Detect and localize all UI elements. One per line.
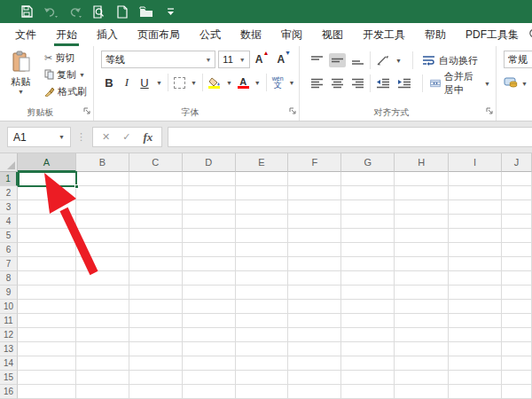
cell-H2[interactable] (395, 186, 449, 200)
orientation-button[interactable] (374, 53, 392, 68)
cell-D7[interactable] (183, 257, 236, 271)
row-header-16[interactable]: 16 (0, 385, 18, 399)
cell-B14[interactable] (76, 356, 129, 371)
cell-I5[interactable] (449, 229, 502, 243)
cell-J12[interactable] (502, 328, 532, 342)
merge-center-button[interactable]: 合并后居中 ▼ (430, 70, 490, 97)
cell-C9[interactable] (129, 286, 183, 300)
cell-F16[interactable] (288, 385, 341, 399)
cell-C15[interactable] (129, 371, 183, 385)
cell-A13[interactable] (18, 342, 76, 356)
cell-D6[interactable] (183, 243, 236, 257)
cell-H14[interactable] (395, 356, 449, 371)
cell-H8[interactable] (395, 271, 449, 286)
row-header-10[interactable]: 10 (0, 300, 18, 314)
cell-G3[interactable] (341, 200, 395, 215)
align-left-button[interactable] (309, 76, 325, 90)
wrap-text-button[interactable]: 自动换行 (422, 54, 478, 67)
column-header-J[interactable]: J (502, 153, 532, 172)
cell-B6[interactable] (76, 243, 129, 257)
undo-icon[interactable] (43, 4, 58, 19)
borders-button[interactable] (174, 77, 185, 89)
row-header-12[interactable]: 12 (0, 328, 18, 342)
cell-A10[interactable] (18, 300, 76, 314)
cell-A5[interactable] (18, 229, 76, 243)
font-color-button[interactable]: A (238, 77, 249, 89)
cell-J9[interactable] (502, 286, 532, 300)
cell-G2[interactable] (341, 186, 395, 200)
tell-me-lightbulb-icon[interactable] (528, 23, 532, 46)
cell-B2[interactable] (76, 186, 129, 200)
font-color-caret[interactable]: ▼ (254, 80, 261, 86)
cell-F10[interactable] (288, 300, 341, 314)
orientation-caret[interactable]: ▼ (395, 58, 402, 64)
increase-indent-button[interactable] (395, 76, 413, 90)
cell-D11[interactable] (183, 314, 236, 328)
cell-C14[interactable] (129, 356, 183, 371)
cell-G14[interactable] (341, 356, 395, 371)
cell-F8[interactable] (288, 271, 341, 286)
cell-I3[interactable] (449, 200, 502, 215)
tab-PDF工具集[interactable]: PDF工具集 (456, 23, 528, 46)
cell-A2[interactable] (18, 186, 76, 200)
cell-E10[interactable] (236, 300, 289, 314)
accounting-format-caret[interactable]: ▼ (521, 81, 528, 87)
cell-J8[interactable] (502, 271, 532, 286)
cell-C1[interactable] (129, 172, 183, 186)
cell-D10[interactable] (183, 300, 236, 314)
cell-C7[interactable] (129, 257, 183, 271)
cell-I1[interactable] (449, 172, 502, 186)
new-file-icon[interactable] (115, 4, 129, 19)
cell-J11[interactable] (502, 314, 532, 328)
row-header-15[interactable]: 15 (0, 371, 18, 385)
cell-J6[interactable] (502, 243, 532, 257)
alignment-dialog-launcher-icon[interactable] (486, 102, 493, 118)
cell-H4[interactable] (395, 215, 449, 229)
align-middle-button[interactable] (329, 53, 346, 67)
align-center-button[interactable] (329, 76, 346, 90)
tab-视图[interactable]: 视图 (312, 23, 353, 46)
cell-J5[interactable] (502, 229, 532, 243)
column-header-G[interactable]: G (341, 153, 395, 172)
cell-F12[interactable] (288, 328, 341, 342)
cell-E13[interactable] (236, 342, 289, 356)
row-header-9[interactable]: 9 (0, 286, 18, 300)
cell-H16[interactable] (395, 385, 449, 399)
cell-J14[interactable] (502, 356, 532, 371)
cell-H9[interactable] (395, 286, 449, 300)
cell-F1[interactable] (288, 172, 341, 186)
cell-G11[interactable] (341, 314, 395, 328)
font-dialog-launcher-icon[interactable] (289, 102, 296, 118)
column-header-D[interactable]: D (183, 153, 236, 172)
phonetic-guide-button[interactable]: wén 文 (272, 75, 284, 90)
cell-H6[interactable] (395, 243, 449, 257)
open-folder-icon[interactable] (139, 4, 153, 19)
cell-F3[interactable] (288, 200, 341, 215)
column-header-I[interactable]: I (449, 153, 502, 172)
cell-I6[interactable] (449, 243, 502, 257)
cell-D3[interactable] (183, 200, 236, 215)
column-header-B[interactable]: B (76, 153, 129, 172)
cell-C12[interactable] (129, 328, 183, 342)
cell-C6[interactable] (129, 243, 183, 257)
cell-C5[interactable] (129, 229, 183, 243)
column-header-E[interactable]: E (236, 153, 289, 172)
cell-A9[interactable] (18, 286, 76, 300)
cell-E12[interactable] (236, 328, 289, 342)
cell-F14[interactable] (288, 356, 341, 371)
cell-H11[interactable] (395, 314, 449, 328)
cell-B9[interactable] (76, 286, 129, 300)
cell-A8[interactable] (18, 271, 76, 286)
column-header-F[interactable]: F (288, 153, 341, 172)
format-painter-button[interactable]: 格式刷 (42, 84, 90, 99)
cell-I12[interactable] (449, 328, 502, 342)
cell-E14[interactable] (236, 356, 289, 371)
tab-页面布局[interactable]: 页面布局 (128, 23, 190, 46)
customize-qat-icon[interactable] (163, 4, 177, 19)
cell-D12[interactable] (183, 328, 236, 342)
row-header-11[interactable]: 11 (0, 314, 18, 328)
cell-F9[interactable] (288, 286, 341, 300)
cell-G15[interactable] (341, 371, 395, 385)
cell-G1[interactable] (341, 172, 395, 186)
row-header-1[interactable]: 1 (0, 172, 18, 186)
